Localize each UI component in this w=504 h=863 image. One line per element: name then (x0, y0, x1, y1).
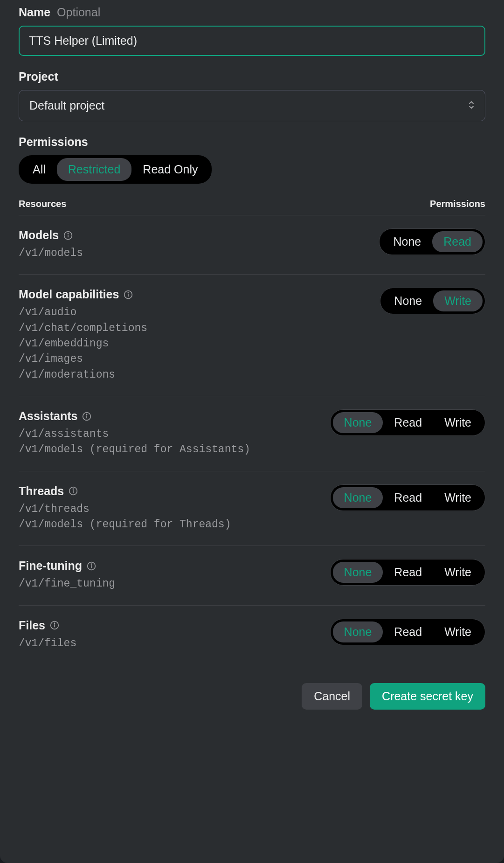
resource-left: Models/v1/models (19, 228, 379, 261)
info-icon[interactable] (82, 412, 91, 421)
resources-rows: Models/v1/modelsNoneReadModel capabiliti… (19, 215, 485, 664)
name-label-row: Name Optional (19, 6, 485, 19)
endpoint: /v1/embeddings (19, 336, 380, 352)
permission-none-button[interactable]: None (382, 231, 432, 252)
permission-write-button[interactable]: Write (433, 290, 483, 311)
permissions-label: Permissions (19, 135, 88, 149)
info-icon[interactable] (63, 231, 73, 240)
name-label: Name (19, 6, 50, 19)
dialog-footer: Cancel Create secret key (19, 664, 485, 710)
resources-col-header: Resources (19, 199, 66, 209)
permission-toggle: NoneReadWrite (330, 619, 485, 645)
resource-title-row: Fine-tuning (19, 559, 330, 573)
endpoint: /v1/assistants (19, 427, 330, 442)
permission-toggle: NoneReadWrite (330, 559, 485, 586)
permissions-label-row: Permissions (19, 135, 485, 149)
name-input[interactable] (19, 26, 485, 56)
name-field-group: Name Optional (19, 6, 485, 56)
info-icon[interactable] (124, 290, 133, 299)
resource-endpoints: /v1/files (19, 636, 330, 651)
permission-read-button[interactable]: Read (432, 231, 483, 252)
tab-all[interactable]: All (21, 158, 57, 181)
svg-point-8 (87, 414, 87, 414)
tab-read-only[interactable]: Read Only (131, 158, 209, 181)
permission-write-button[interactable]: Write (433, 621, 483, 642)
endpoint: /v1/chat/completions (19, 321, 380, 336)
resource-endpoints: /v1/models (19, 246, 379, 261)
resource-title: Fine-tuning (19, 559, 82, 573)
resource-row-model-capabilities: Model capabilities/v1/audio/v1/chat/comp… (19, 275, 485, 396)
create-secret-key-button[interactable]: Create secret key (370, 683, 485, 710)
endpoint: /v1/models (required for Threads) (19, 517, 330, 532)
resource-title: Files (19, 619, 45, 632)
permission-read-button[interactable]: Read (383, 562, 433, 583)
resource-title-row: Models (19, 228, 379, 242)
info-icon[interactable] (87, 561, 96, 571)
endpoint: /v1/files (19, 636, 330, 651)
resource-title-row: Files (19, 619, 330, 632)
resource-row-models: Models/v1/modelsNoneRead (19, 215, 485, 275)
svg-point-17 (54, 623, 55, 623)
resource-title-row: Threads (19, 484, 330, 498)
resource-title: Models (19, 228, 59, 242)
svg-point-14 (91, 564, 91, 564)
endpoint: /v1/fine_tuning (19, 576, 330, 592)
permissions-tabs: All Restricted Read Only (19, 155, 212, 184)
permission-read-button[interactable]: Read (383, 487, 433, 508)
permission-write-button[interactable]: Write (433, 562, 483, 583)
resources-table-header: Resources Permissions (19, 188, 485, 215)
resource-left: Files/v1/files (19, 619, 330, 651)
svg-point-11 (73, 489, 74, 489)
permission-toggle: NoneReadWrite (330, 484, 485, 511)
project-select[interactable]: Default project (19, 90, 485, 121)
info-icon[interactable] (69, 486, 78, 496)
resource-title-row: Assistants (19, 409, 330, 423)
resource-endpoints: /v1/audio/v1/chat/completions/v1/embeddi… (19, 305, 380, 383)
project-field-group: Project Default project (19, 70, 485, 121)
resource-left: Threads/v1/threads/v1/models (required f… (19, 484, 330, 533)
resource-endpoints: /v1/assistants/v1/models (required for A… (19, 427, 330, 458)
project-select-wrap: Default project (19, 90, 485, 121)
resource-endpoints: /v1/threads/v1/models (required for Thre… (19, 502, 330, 533)
resource-title: Model capabilities (19, 288, 119, 301)
name-optional-label: Optional (57, 6, 100, 19)
permission-none-button[interactable]: None (333, 621, 383, 642)
project-label-row: Project (19, 70, 485, 83)
permission-write-button[interactable]: Write (433, 412, 483, 433)
resource-title: Threads (19, 484, 64, 498)
tab-restricted[interactable]: Restricted (57, 158, 132, 181)
endpoint: /v1/images (19, 352, 380, 367)
endpoint: /v1/moderations (19, 367, 380, 383)
permission-toggle: NoneWrite (380, 288, 485, 314)
resource-row-fine-tuning: Fine-tuning/v1/fine_tuningNoneReadWrite (19, 546, 485, 605)
permission-read-button[interactable]: Read (383, 621, 433, 642)
project-label: Project (19, 70, 58, 83)
permissions-col-header: Permissions (430, 199, 485, 209)
resource-left: Assistants/v1/assistants/v1/models (requ… (19, 409, 330, 458)
endpoint: /v1/threads (19, 502, 330, 517)
resource-row-files: Files/v1/filesNoneReadWrite (19, 606, 485, 664)
resource-left: Model capabilities/v1/audio/v1/chat/comp… (19, 288, 380, 383)
permissions-field-group: Permissions All Restricted Read Only (19, 135, 485, 184)
permission-toggle: NoneReadWrite (330, 409, 485, 436)
resource-left: Fine-tuning/v1/fine_tuning (19, 559, 330, 592)
permission-none-button[interactable]: None (333, 412, 383, 433)
permission-none-button[interactable]: None (333, 487, 383, 508)
cancel-button[interactable]: Cancel (302, 683, 362, 710)
permission-none-button[interactable]: None (383, 290, 433, 311)
resource-row-assistants: Assistants/v1/assistants/v1/models (requ… (19, 396, 485, 471)
resource-endpoints: /v1/fine_tuning (19, 576, 330, 592)
permission-write-button[interactable]: Write (433, 487, 483, 508)
resource-title-row: Model capabilities (19, 288, 380, 301)
permission-read-button[interactable]: Read (383, 412, 433, 433)
svg-point-2 (68, 233, 68, 234)
endpoint: /v1/models (19, 246, 379, 261)
resource-row-threads: Threads/v1/threads/v1/models (required f… (19, 471, 485, 546)
resource-title: Assistants (19, 409, 77, 423)
endpoint: /v1/models (required for Assistants) (19, 442, 330, 457)
permission-toggle: NoneRead (379, 228, 485, 255)
permission-none-button[interactable]: None (333, 562, 383, 583)
endpoint: /v1/audio (19, 305, 380, 320)
create-key-dialog: Name Optional Project Default project Pe… (0, 0, 504, 863)
info-icon[interactable] (50, 621, 59, 630)
